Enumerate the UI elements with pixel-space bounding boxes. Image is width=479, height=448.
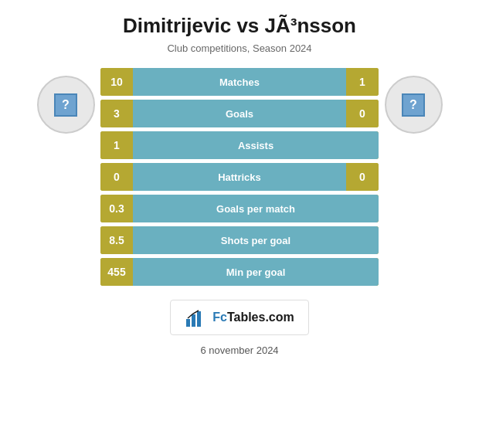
right-player-avatar: ? [379,68,448,134]
stat-left-value: 455 [100,258,133,286]
stat-row: 8.5Shots per goal [100,226,379,254]
page-title: Dimitrijevic vs JÃ³nsson [123,14,356,38]
logo-fc: Fc [212,311,227,324]
stat-label: Goals per match [133,195,379,222]
logo-text: FcTables.com [212,311,294,324]
stat-row: 455Min per goal [100,258,379,286]
stat-left-value: 0.3 [100,195,133,222]
stat-row: 0Hattricks0 [100,163,379,191]
svg-rect-0 [186,319,190,327]
stat-label: Min per goal [133,258,379,286]
stat-left-value: 0 [100,163,133,191]
footer-date: 6 november 2024 [200,344,278,356]
stat-row: 1Assists [100,131,379,159]
stat-label: Matches [133,68,346,96]
stat-label: Assists [133,131,379,159]
stats-section: 10Matches13Goals01Assists0Hattricks00.3G… [100,68,379,286]
page-container: Dimitrijevic vs JÃ³nsson Club competitio… [0,0,479,448]
left-avatar-circle: ? [37,76,95,134]
stat-right-value: 1 [346,68,379,96]
logo-tables: Tables.com [227,311,294,324]
stat-left-value: 3 [100,100,133,127]
logo-box: FcTables.com [170,300,309,335]
stat-left-value: 10 [100,68,133,96]
logo-chart-icon [185,307,206,328]
stat-label: Hattricks [133,163,346,191]
left-player-avatar: ? [31,68,100,134]
main-section: ? 10Matches13Goals01Assists0Hattricks00.… [8,68,471,286]
svg-rect-1 [192,314,195,327]
stat-left-value: 8.5 [100,226,133,254]
right-avatar-question-icon: ? [402,93,425,117]
stat-row: 3Goals0 [100,100,379,127]
stat-right-value: 0 [346,163,379,191]
stat-row: 0.3Goals per match [100,195,379,222]
right-avatar-circle: ? [385,76,443,134]
svg-rect-2 [197,311,201,327]
logo-section: FcTables.com [170,300,309,335]
stat-row: 10Matches1 [100,68,379,96]
stat-label: Shots per goal [133,226,379,254]
stat-left-value: 1 [100,131,133,159]
stat-label: Goals [133,100,346,127]
page-subtitle: Club competitions, Season 2024 [167,42,311,54]
stat-right-value: 0 [346,100,379,127]
left-avatar-question-icon: ? [54,93,77,117]
